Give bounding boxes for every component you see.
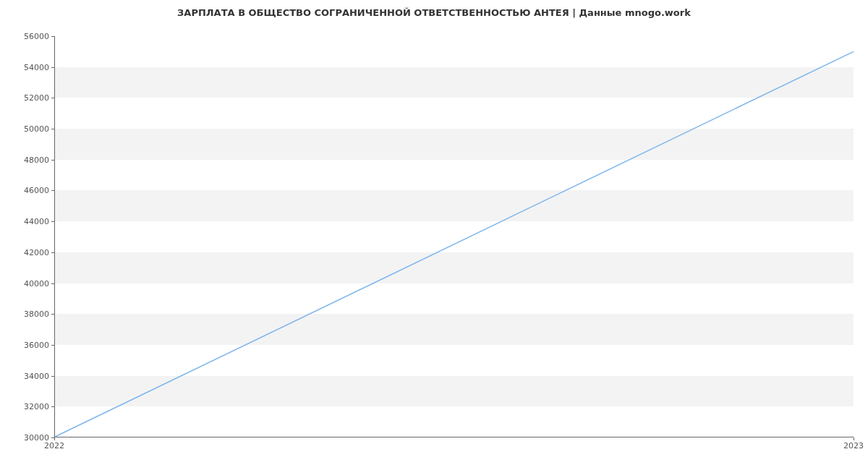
y-tick-label: 38000 <box>6 309 49 319</box>
y-tick-mark <box>51 376 54 377</box>
y-tick-mark <box>51 345 54 346</box>
y-tick-label: 56000 <box>6 32 49 41</box>
y-tick-label: 48000 <box>6 155 49 164</box>
x-tick-mark <box>54 437 55 440</box>
y-tick-mark <box>51 36 54 37</box>
plot-area <box>54 36 854 437</box>
chart-container: ЗАРПЛАТА В ОБЩЕСТВО СОГРАНИЧЕННОЙ ОТВЕТС… <box>0 0 868 470</box>
x-tick-mark <box>854 437 854 440</box>
series-line <box>55 51 854 437</box>
y-tick-mark <box>51 129 54 129</box>
y-tick-label: 34000 <box>6 371 49 380</box>
y-tick-mark <box>51 190 54 191</box>
y-tick-mark <box>51 314 54 315</box>
y-tick-label: 42000 <box>6 247 49 257</box>
y-tick-label: 40000 <box>6 278 49 288</box>
y-tick-mark <box>51 98 54 98</box>
y-tick-label: 50000 <box>6 124 49 134</box>
x-tick-label: 2022 <box>44 441 64 450</box>
y-tick-mark <box>51 252 54 253</box>
y-tick-label: 36000 <box>6 340 49 349</box>
y-tick-mark <box>51 160 54 161</box>
y-tick-mark <box>51 221 54 222</box>
y-tick-mark <box>51 67 54 68</box>
y-tick-label: 32000 <box>6 402 49 411</box>
y-tick-label: 44000 <box>6 217 49 226</box>
y-tick-mark <box>51 283 54 284</box>
y-tick-mark <box>51 406 54 407</box>
y-tick-label: 52000 <box>6 93 49 103</box>
x-tick-label: 2023 <box>843 441 864 450</box>
chart-title: ЗАРПЛАТА В ОБЩЕСТВО СОГРАНИЧЕННОЙ ОТВЕТС… <box>0 7 868 18</box>
y-tick-label: 46000 <box>6 186 49 195</box>
y-tick-label: 54000 <box>6 62 49 72</box>
line-layer <box>55 36 854 437</box>
y-tick-label: 30000 <box>6 433 49 443</box>
